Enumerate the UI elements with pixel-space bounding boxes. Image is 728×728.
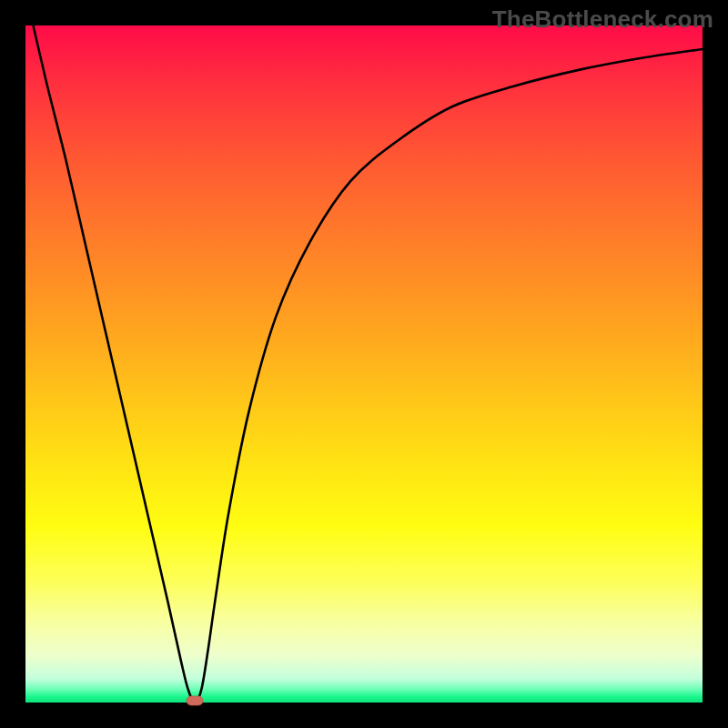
curve-svg — [25, 25, 703, 703]
plot-area — [25, 25, 703, 703]
chart-frame: TheBottleneck.com — [0, 0, 728, 728]
valley-marker — [187, 696, 203, 705]
bottleneck-curve — [25, 0, 703, 703]
watermark-text: TheBottleneck.com — [492, 5, 713, 34]
